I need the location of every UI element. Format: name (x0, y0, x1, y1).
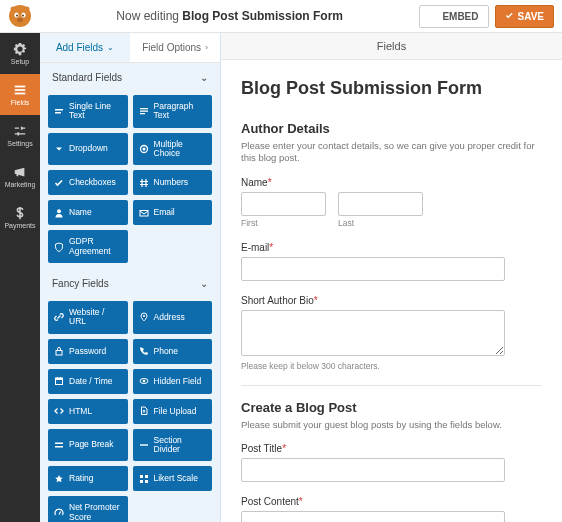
input-post-content[interactable] (241, 511, 505, 522)
svg-point-31 (25, 7, 30, 12)
svg-rect-34 (15, 93, 26, 95)
field-label: Multiple Choice (154, 140, 207, 159)
paragraph-icon (139, 106, 149, 116)
field-label: Password (69, 347, 106, 356)
input-email[interactable] (241, 257, 505, 281)
field-label: Paragraph Text (154, 102, 207, 121)
list-icon (13, 83, 27, 97)
field-label: HTML (69, 407, 92, 416)
sliders-icon (13, 124, 27, 138)
minus-icon (139, 440, 149, 450)
rail-setup[interactable]: Setup (0, 33, 40, 74)
input-post-title[interactable] (241, 458, 505, 482)
input-bio[interactable] (241, 310, 505, 356)
field-checkboxes[interactable]: Checkboxes (48, 170, 128, 195)
field-single-line[interactable]: Single Line Text (48, 95, 128, 128)
text-icon (54, 106, 64, 116)
chevron-down-icon: ⌄ (107, 43, 114, 52)
field-numbers[interactable]: Numbers (133, 170, 213, 195)
section-standard-fields[interactable]: Standard Fields⌄ (48, 63, 212, 92)
input-first-name[interactable] (241, 192, 326, 216)
sidebar-tabs: Add Fields⌄ Field Options› (40, 33, 220, 63)
preview-header: Fields (221, 33, 562, 60)
chevron-down-icon: ⌄ (200, 72, 208, 83)
hint-bio: Please keep it below 300 characters. (241, 361, 542, 371)
file-icon (139, 406, 149, 416)
rail-marketing[interactable]: Marketing (0, 156, 40, 197)
input-last-name[interactable] (338, 192, 423, 216)
tab-field-options[interactable]: Field Options› (130, 33, 220, 62)
field-hidden[interactable]: Hidden Field (133, 369, 213, 394)
field-html[interactable]: HTML (48, 399, 128, 424)
field-label: Checkboxes (69, 178, 116, 187)
field-email[interactable]: Email (133, 200, 213, 225)
svg-rect-32 (15, 86, 26, 88)
field-file[interactable]: File Upload (133, 399, 213, 424)
chevron-right-icon: › (205, 43, 208, 52)
radio-icon (139, 144, 149, 154)
section-heading-post: Create a Blog Post (241, 400, 542, 415)
field-label: File Upload (154, 407, 197, 416)
field-likert[interactable]: Likert Scale (133, 466, 213, 491)
svg-point-28 (22, 15, 24, 17)
field-pagebreak[interactable]: Page Break (48, 429, 128, 462)
field-phone[interactable]: Phone (133, 339, 213, 364)
megaphone-icon (13, 165, 27, 179)
hash-icon (139, 178, 149, 188)
chevron-down-icon: ⌄ (200, 278, 208, 289)
field-nps[interactable]: Net Promoter Score (48, 496, 128, 522)
rail-fields[interactable]: Fields (0, 74, 40, 115)
gear-icon (13, 42, 27, 56)
link-icon (54, 312, 64, 322)
field-label: GDPR Agreement (69, 237, 122, 256)
mail-icon (139, 208, 149, 218)
section-desc-author: Please enter your contact details, so we… (241, 140, 542, 165)
field-label: Website / URL (69, 308, 122, 327)
sublabel-last: Last (338, 218, 423, 228)
field-gdpr[interactable]: GDPR Agreement (48, 230, 128, 263)
topbar: Now editing Blog Post Submission Form EM… (0, 0, 562, 33)
field-website[interactable]: Website / URL (48, 301, 128, 334)
form-preview: Fields Blog Post Submission Form Author … (221, 33, 562, 522)
cal-icon (54, 376, 64, 386)
fields-sidebar: Add Fields⌄ Field Options› Standard Fiel… (40, 33, 221, 522)
field-multiple-choice[interactable]: Multiple Choice (133, 133, 213, 166)
tab-add-fields[interactable]: Add Fields⌄ (40, 33, 130, 62)
field-label: Email (154, 208, 175, 217)
embed-icon (429, 11, 438, 22)
svg-point-30 (11, 7, 16, 12)
field-rating[interactable]: Rating (48, 466, 128, 491)
user-icon (54, 208, 64, 218)
shield-icon (54, 242, 64, 252)
field-label: Name (69, 208, 92, 217)
field-password[interactable]: Password (48, 339, 128, 364)
pin-icon (139, 312, 149, 322)
rail-settings[interactable]: Settings (0, 115, 40, 156)
check-icon (54, 178, 64, 188)
rail-payments[interactable]: Payments (0, 197, 40, 238)
field-divider[interactable]: Section Divider (133, 429, 213, 462)
field-date[interactable]: Date / Time (48, 369, 128, 394)
embed-button[interactable]: EMBED (419, 5, 488, 28)
field-label: Date / Time (69, 377, 112, 386)
sublabel-first: First (241, 218, 326, 228)
eye-icon (139, 376, 149, 386)
check-icon (505, 11, 514, 22)
field-label: Page Break (69, 440, 113, 449)
section-heading-author: Author Details (241, 121, 542, 136)
page-icon (54, 440, 64, 450)
code-icon (54, 406, 64, 416)
nav-rail: Setup Fields Settings Marketing Payments (0, 33, 40, 522)
field-paragraph[interactable]: Paragraph Text (133, 95, 213, 128)
gauge-icon (54, 508, 64, 518)
svg-point-27 (16, 15, 18, 17)
field-address[interactable]: Address (133, 301, 213, 334)
field-name[interactable]: Name (48, 200, 128, 225)
save-button[interactable]: SAVE (495, 5, 555, 28)
field-dropdown[interactable]: Dropdown (48, 133, 128, 166)
phone-icon (139, 346, 149, 356)
section-divider (241, 385, 542, 386)
form-title: Blog Post Submission Form (241, 78, 542, 99)
field-label: Dropdown (69, 144, 108, 153)
section-fancy-fields[interactable]: Fancy Fields⌄ (48, 269, 212, 298)
